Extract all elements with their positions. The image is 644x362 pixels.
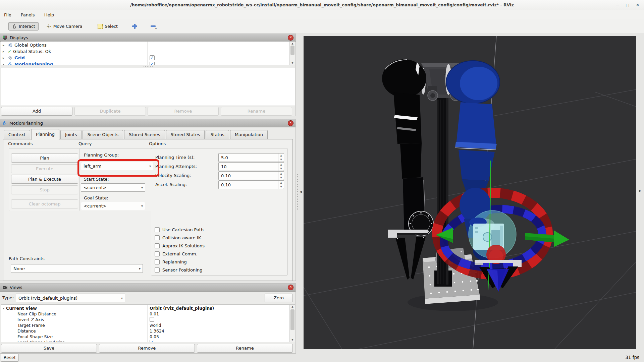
menu-help[interactable]: Help (44, 12, 54, 17)
clear-octomap-button[interactable]: Clear octomap (11, 199, 78, 208)
current-view-row[interactable]: Current View Orbit (rviz_default_plugins… (1, 305, 37, 311)
property-value[interactable]: world (150, 322, 161, 328)
scroll-down-icon[interactable]: ▼ (290, 62, 295, 64)
close-icon[interactable] (635, 0, 640, 10)
displays-panel-header[interactable]: Displays (0, 34, 296, 42)
target-frame-row[interactable]: Target Frame world (1, 322, 45, 328)
collision-aware-ik-row[interactable]: Collision-aware IK (155, 235, 201, 240)
view-type-combo[interactable]: Orbit (rviz_default_plugins) (16, 294, 125, 302)
accel-scaling-spinbox[interactable]: 0.10 ▲▼ (218, 180, 284, 189)
replanning-checkbox[interactable] (155, 259, 160, 264)
expander-icon[interactable] (3, 306, 6, 310)
velocity-scaling-spinbox[interactable]: 0.10 ▲▼ (218, 171, 284, 180)
tab-context[interactable]: Context (4, 130, 30, 139)
motion-planning-enabled-checkbox[interactable] (150, 62, 155, 65)
minimize-icon[interactable] (615, 0, 620, 10)
collision-aware-ik-checkbox[interactable] (155, 235, 160, 240)
expander-icon[interactable] (3, 43, 6, 47)
toolbar-grip[interactable] (1, 22, 3, 31)
3d-viewport[interactable] (304, 36, 636, 349)
approx-ik-solutions-row[interactable]: Approx IK Solutions (155, 243, 205, 248)
viewport-splitter-dots[interactable] (297, 174, 298, 211)
save-view-button[interactable]: Save (1, 344, 97, 353)
replanning-row[interactable]: Replanning (155, 259, 187, 264)
remove-tool-button[interactable]: ▾ (147, 21, 160, 32)
spin-arrows-icon[interactable]: ▲▼ (278, 163, 284, 171)
menu-file[interactable]: File (4, 12, 11, 17)
expander-icon[interactable] (3, 50, 6, 53)
rename-view-button[interactable]: Rename (197, 344, 293, 353)
focal-shape-fixed-size-checkbox[interactable] (150, 340, 154, 342)
views-panel-header[interactable]: Views (0, 284, 296, 292)
scrollbar-thumb[interactable] (290, 46, 294, 55)
motion-planning-panel-header[interactable]: MotionPlanning (0, 119, 296, 127)
spin-arrows-icon[interactable]: ▲▼ (278, 172, 284, 180)
displays-tree-scrollbar[interactable]: ▲ ▼ (289, 42, 295, 65)
grid-enabled-checkbox[interactable] (150, 55, 155, 60)
planning-attempts-spinbox[interactable]: 10 ▲▼ (218, 162, 284, 171)
invert-z-checkbox[interactable] (150, 317, 154, 322)
property-value[interactable]: 1.3624 (150, 328, 164, 334)
remove-view-button[interactable]: Remove (99, 344, 195, 353)
planning-time-spinbox[interactable]: 5.0 ▲▼ (218, 153, 284, 162)
expander-icon[interactable] (3, 56, 6, 60)
add-display-button[interactable]: Add (1, 107, 72, 116)
stop-button[interactable]: Stop (11, 185, 78, 194)
interact-tool-button[interactable]: Interact (8, 22, 39, 31)
remove-display-button[interactable]: Remove (148, 107, 219, 116)
maximize-icon[interactable] (625, 0, 630, 10)
spin-arrows-icon[interactable]: ▲▼ (278, 181, 284, 189)
tab-manipulation[interactable]: Manipulation (230, 130, 268, 139)
focal-shape-size-row[interactable]: Focal Shape Size 0.05 (1, 334, 53, 340)
planning-group-combo[interactable]: left_arm (81, 162, 153, 170)
property-value[interactable]: 0.01 (150, 311, 159, 317)
displays-close-icon[interactable] (288, 35, 293, 41)
tree-row-global-status[interactable]: ✓ Global Status: Ok (1, 48, 51, 55)
spin-arrows-icon[interactable]: ▲▼ (278, 154, 284, 162)
execute-button[interactable]: Execute (11, 164, 78, 173)
rename-display-button[interactable]: Rename (221, 107, 292, 116)
sensor-positioning-row[interactable]: Sensor Positioning (155, 267, 202, 273)
displays-splitter-handle[interactable] (0, 65, 296, 68)
path-constraints-combo[interactable]: None (11, 264, 143, 273)
focal-shape-fixed-size-row[interactable]: Focal Shape Fixed Size (1, 340, 65, 342)
motion-planning-close-icon[interactable] (288, 120, 293, 126)
move-camera-tool-button[interactable]: Move Camera (43, 22, 86, 30)
approx-ik-solutions-checkbox[interactable] (155, 243, 160, 248)
tab-joints[interactable]: Joints (60, 130, 82, 139)
tab-status[interactable]: Status (206, 130, 229, 139)
plan-button[interactable]: Plan (11, 154, 78, 163)
plan-and-execute-button[interactable]: Plan & Execute (11, 175, 78, 184)
expander-icon[interactable] (3, 62, 6, 65)
scrollbar-thumb[interactable] (290, 309, 294, 330)
menu-panels[interactable]: Panels (21, 12, 35, 17)
external-comm-row[interactable]: External Comm. (155, 251, 198, 256)
near-clip-row[interactable]: Near Clip Distance 0.01 (1, 311, 56, 317)
tab-stored-scenes[interactable]: Stored Scenes (124, 130, 165, 139)
tab-planning[interactable]: Planning (31, 129, 59, 140)
use-cartesian-path-row[interactable]: Use Cartesian Path (155, 227, 204, 232)
collapse-left-icon[interactable]: ◀ (300, 190, 302, 193)
scroll-up-icon[interactable]: ▲ (290, 42, 295, 45)
distance-row[interactable]: Distance 1.3624 (1, 328, 36, 334)
start-state-combo[interactable]: <current> (81, 183, 145, 192)
external-comm-checkbox[interactable] (155, 251, 160, 256)
select-tool-button[interactable]: Select (95, 22, 121, 30)
collapse-right-icon[interactable]: ▶ (639, 189, 641, 192)
scroll-up-icon[interactable]: ▲ (290, 305, 295, 308)
views-tree-scrollbar[interactable]: ▲ ▼ (289, 305, 295, 342)
duplicate-display-button[interactable]: Duplicate (74, 107, 146, 116)
scroll-down-icon[interactable]: ▼ (290, 339, 295, 341)
sensor-positioning-checkbox[interactable] (155, 267, 160, 273)
goal-state-combo[interactable]: <current> (81, 202, 145, 210)
toolbar-overflow-caret[interactable]: ▾ (155, 27, 157, 30)
add-tool-button[interactable] (129, 22, 141, 31)
tab-stored-states[interactable]: Stored States (166, 130, 205, 139)
property-value[interactable]: 0.05 (150, 334, 159, 340)
zero-view-button[interactable]: Zero (265, 294, 293, 302)
use-cartesian-path-checkbox[interactable] (155, 227, 160, 232)
tree-row-grid[interactable]: Grid (1, 55, 25, 61)
views-close-icon[interactable] (288, 285, 293, 290)
tab-scene-objects[interactable]: Scene Objects (83, 130, 123, 139)
reset-button[interactable]: Reset (1, 354, 19, 362)
